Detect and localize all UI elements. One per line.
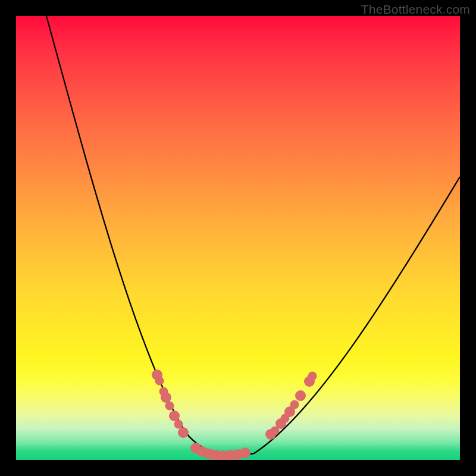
- watermark-text: TheBottleneck.com: [361, 2, 470, 17]
- chart-background-gradient: [16, 16, 460, 460]
- chart-frame: TheBottleneck.com: [0, 0, 476, 476]
